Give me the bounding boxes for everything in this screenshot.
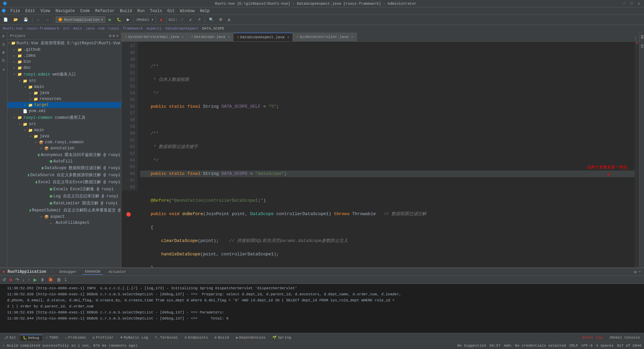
tree-ratelimiter-ann[interactable]: ▸ RateLimiter 限流注解 @ ruoyi <box>7 200 121 207</box>
menu-item-file[interactable]: File <box>8 8 23 14</box>
tree-doc[interactable]: ▸ 📁 doc <box>7 65 121 71</box>
bc-main[interactable]: main <box>73 27 82 31</box>
tab-sysuserserviceimpl[interactable]: J SysUserServiceImpl.java ✕ <box>121 33 187 41</box>
position-indicator[interactable]: 56:57 <box>489 344 500 348</box>
bc-com[interactable]: com <box>98 27 105 31</box>
tree-target[interactable]: ▸ 📁 target <box>7 102 121 108</box>
run-config-dropdown[interactable]: 🔶 RuoYiApplication ▾ <box>56 16 105 23</box>
bottom-tab-todo[interactable]: ✓ TODO <box>43 335 61 340</box>
bottom-tab-debug[interactable]: 🐛 Debug <box>20 335 42 341</box>
bc-framework-pkg[interactable]: framework <box>123 27 143 31</box>
run-btn[interactable]: ▶ <box>107 17 113 22</box>
toolbar-back[interactable]: ← <box>35 17 42 22</box>
tree-annotation-pkg[interactable]: ▾ 📦 annotation <box>7 145 121 151</box>
editor-settings-icon[interactable]: ⋮ <box>633 36 638 41</box>
bottom-tab-terminal[interactable]: >_ Terminal <box>152 335 181 340</box>
menu-item-navigate[interactable]: Navigate <box>53 8 77 14</box>
tree-root[interactable]: ▾ 📁 RuoYi-Vue 若依管理系统 E:\gitRepos2\RuoYi-… <box>7 40 121 47</box>
tree-datascope-ann[interactable]: ▸ DataScope 数据权限过滤注解 @ ruoyi <box>7 164 121 171</box>
build-status-text[interactable]: Build completed successfully in 1 sec, 9… <box>7 344 138 348</box>
database-icon-btn[interactable]: DB <box>639 34 644 40</box>
encoding-indicator[interactable]: UTF-8 <box>582 344 593 348</box>
tree-admin-resources[interactable]: ▸ 📁 resources <box>7 96 121 102</box>
toolbar-new[interactable]: 📄 <box>1 17 10 22</box>
debug-pause-btn[interactable]: ⏸ <box>39 277 46 283</box>
tab-datascope[interactable]: J DataScope.java ✕ <box>187 33 233 41</box>
tree-common-src[interactable]: ▾ 📁 src <box>7 121 121 127</box>
menu-item-run[interactable]: Run <box>135 8 147 14</box>
menu-item-edit[interactable]: Edit <box>23 8 38 14</box>
debug-settings-icon[interactable]: ⚙ <box>634 269 637 275</box>
jrebel-label[interactable]: JRebel ▾ <box>136 17 154 22</box>
search-everywhere-btn[interactable]: 🔍 <box>207 17 216 22</box>
bc-src[interactable]: src <box>63 27 70 31</box>
debug-btn[interactable]: 🐛 <box>115 17 123 22</box>
bottom-tab-build[interactable]: ⚙ Build <box>212 335 232 340</box>
debug-step-out-btn[interactable]: ↑ <box>27 277 31 283</box>
toolbar-open[interactable]: 📂 <box>11 17 20 22</box>
bc-java[interactable]: java <box>86 27 94 31</box>
tab-close-1[interactable]: ✕ <box>182 35 184 39</box>
tree-autofillaspect[interactable]: ▸ ☕ AutoFillAspect <box>7 220 121 226</box>
debug-mute-btn[interactable]: 🔕 <box>47 277 54 283</box>
tree-excels-ann[interactable]: ▸ Excels Excel注解集 @ ruoyi <box>7 186 121 193</box>
debug-tab-console[interactable]: Console <box>82 269 103 275</box>
tab-close-4[interactable]: ✕ <box>351 35 353 39</box>
aws-status[interactable]: AWS: No credentials selected <box>504 344 566 348</box>
bottom-tab-eventlog[interactable]: Event Log <box>580 335 605 340</box>
tree-anonymous[interactable]: ▸ Anonymous 匿名访问不鉴权注解 @ ruoyi <box>7 151 121 158</box>
tree-github[interactable]: ▸ 📁 .github <box>7 47 121 53</box>
coverage-btn[interactable]: ▶ <box>125 17 131 22</box>
tree-datasource-ann[interactable]: ▸ DataSource 自定义多数据源切换注解 @ ruoyi <box>7 171 121 179</box>
indent-indicator[interactable]: 4 spaces <box>596 344 614 348</box>
tree-autofill-ann[interactable]: ▸ AutoFill <box>7 158 121 164</box>
debug-tab-actuator[interactable]: Actuator <box>106 269 129 275</box>
tree-admin-java[interactable]: ▸ 📁 java <box>7 90 121 96</box>
tab-close-2[interactable]: ✕ <box>228 35 230 39</box>
bc-aspectj[interactable]: aspectj <box>146 27 162 31</box>
bottom-tab-profiler[interactable]: ◎ Profiler <box>90 335 116 340</box>
bc-ruoyi[interactable]: ruoyi <box>108 27 119 31</box>
debug-step-over-btn[interactable]: ↷ <box>14 277 20 283</box>
tree-common-java[interactable]: ▾ 📁 java <box>7 133 121 139</box>
debug-step-into-btn[interactable]: ↓ <box>21 277 26 283</box>
tree-com-ruoyi-common[interactable]: ▾ 📦 com.ruoyi.common <box>7 139 121 145</box>
sidebar-collapse-icon[interactable]: ⊟ <box>109 34 111 38</box>
tab-sysrolecontroller[interactable]: J SysRoleController.java ✕ <box>293 33 357 41</box>
debug-rerun-btn[interactable]: ↺ <box>1 277 7 283</box>
tree-aspect-pkg[interactable]: ▾ 📦 aspect <box>7 214 121 220</box>
debug-minimize-icon[interactable]: ─ <box>638 269 641 275</box>
bc-datascopeaspect[interactable]: DataScopeAspect <box>165 27 199 31</box>
crlf-indicator[interactable]: CRLF <box>569 344 578 348</box>
tree-admin-src[interactable]: ▾ 📁 src <box>7 78 121 84</box>
tree-log-ann[interactable]: ▸ Log 自定义日志记录注解 @ ruoyi <box>7 193 121 200</box>
tree-ruoyi-admin[interactable]: ▾ 📁 ruoyi-admin web服务入口 <box>7 71 121 78</box>
stop-btn[interactable]: ■ <box>158 17 164 22</box>
toolbar-save[interactable]: 💾 <box>21 17 30 22</box>
bc-ruoyi-vue[interactable]: RuoYi-Vue <box>3 27 22 31</box>
bc-framework[interactable]: ruoyi-framework <box>26 27 59 31</box>
tree-pom[interactable]: ▸ 📄 pom.xml <box>7 108 121 114</box>
tree-repeatsubmit-ann[interactable]: ▸ RepeatSubmit 自定义注解防止表单重复提交 @ <box>7 207 121 214</box>
tree-common-main[interactable]: ▾ 📁 main <box>7 127 121 133</box>
menu-item-build[interactable]: Build <box>117 8 135 14</box>
aws-icon-btn[interactable]: ☁ <box>1 66 7 72</box>
menu-item-refactor[interactable]: Refactor <box>93 8 117 14</box>
toolbar-forward[interactable]: → <box>44 17 51 22</box>
line-count[interactable]: 817 of 2048 <box>617 344 641 348</box>
tree-idea[interactable]: ▸ 📁 .idea <box>7 53 121 59</box>
bottom-tab-endpoints[interactable]: ⊕ Endpoints <box>182 335 210 340</box>
debug-clear-btn[interactable]: 🗑 <box>56 277 62 283</box>
menu-item-code[interactable]: Code <box>77 8 93 14</box>
bottom-tab-spring[interactable]: 🌱 Spring <box>270 335 294 340</box>
maximize-btn[interactable]: □ <box>629 1 634 6</box>
project-icon-btn[interactable]: P <box>1 34 7 40</box>
tree-bin[interactable]: ▸ 📁 bin <box>7 59 121 65</box>
sidebar-settings-icon[interactable]: ⚙ <box>113 34 115 38</box>
bookmarks-icon-btn[interactable]: B <box>1 50 7 56</box>
git-update[interactable]: ↙ <box>187 17 194 22</box>
menu-item-help[interactable]: Help <box>197 8 212 14</box>
git-push[interactable]: ↗ <box>196 17 203 22</box>
debug-resume-btn[interactable]: ▶ <box>33 277 38 283</box>
sidebar-close-icon[interactable]: ✕ <box>116 34 118 38</box>
